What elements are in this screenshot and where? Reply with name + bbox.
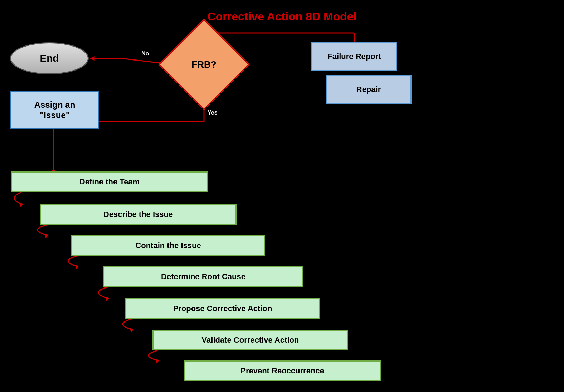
svg-marker-13 [45,234,48,238]
diagram-title: Corrective Action 8D Model [208,10,357,23]
svg-text:Yes: Yes [208,110,218,116]
step-contain-issue: Contain the Issue [71,235,265,256]
step-root-cause: Determine Root Cause [103,266,303,287]
step-propose-corrective: Propose Corrective Action [125,298,320,319]
svg-marker-16 [130,328,133,333]
frb-label: FRB? [172,32,236,97]
diagram: Corrective Action 8D Model [0,0,564,392]
end-label: End [40,53,59,64]
assign-issue-box: Assign an "Issue" [10,91,99,129]
svg-marker-14 [76,265,78,269]
step-prevent-reoccurrence: Prevent Reoccurrence [184,360,381,381]
repair-box: Repair [326,75,412,104]
svg-marker-12 [20,203,23,207]
step-validate-corrective: Validate Corrective Action [152,330,348,350]
step-define-team: Define the Team [11,171,208,192]
svg-text:No: No [141,50,149,57]
failure-report-box: Failure Report [311,42,397,71]
svg-marker-4 [90,56,94,61]
svg-marker-15 [106,297,109,301]
step-describe-issue: Describe the Issue [40,204,237,225]
end-ellipse: End [10,42,89,74]
svg-marker-17 [156,359,159,363]
